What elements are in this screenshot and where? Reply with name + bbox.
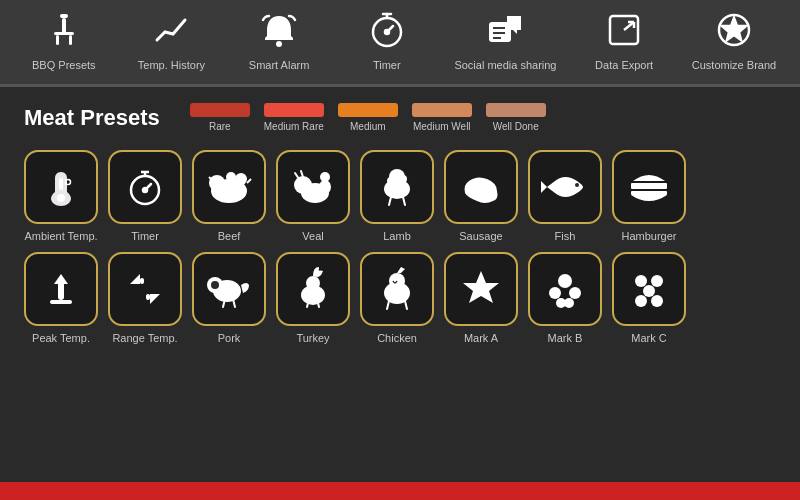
pork-icon-box [192, 252, 266, 326]
svg-marker-20 [722, 18, 746, 40]
meat-item-range-temp[interactable]: Range Temp. [108, 252, 182, 344]
chicken-label: Chicken [377, 332, 417, 344]
bottom-accent-bar [0, 482, 800, 500]
svg-rect-46 [631, 191, 667, 195]
svg-line-34 [247, 179, 251, 183]
fish-label: Fish [555, 230, 576, 242]
beef-label: Beef [218, 230, 241, 242]
doneness-medium: Medium [338, 103, 398, 132]
mark-a-label: Mark A [464, 332, 498, 344]
meat-item-veal[interactable]: Veal [276, 150, 350, 242]
svg-point-70 [635, 295, 647, 307]
mark-b-icon-box [528, 252, 602, 326]
rare-bar [190, 103, 250, 117]
lamb-icon-box [360, 150, 434, 224]
turkey-icon-box [276, 252, 350, 326]
ambient-temp-icon-box [24, 150, 98, 224]
svg-point-10 [385, 30, 389, 34]
customize-brand-icon [716, 12, 752, 53]
lamb-label: Lamb [383, 230, 411, 242]
meat-item-ambient-temp[interactable]: Ambient Temp. [24, 150, 98, 242]
meat-row-2: Peak Temp.Range Temp.PorkTurkeyChickenMa… [24, 252, 776, 344]
svg-rect-0 [60, 14, 68, 18]
top-nav-item-customize-brand[interactable]: Customize Brand [692, 12, 776, 72]
timer-item-label: Timer [131, 230, 159, 242]
hamburger-label: Hamburger [621, 230, 676, 242]
meat-item-lamb[interactable]: Lamb [360, 150, 434, 242]
medium-well-bar [412, 103, 472, 117]
svg-point-68 [651, 275, 663, 287]
svg-point-69 [643, 285, 655, 297]
medium-label: Medium [350, 121, 386, 132]
presets-title: Meat Presets [24, 105, 160, 131]
sausage-label: Sausage [459, 230, 502, 242]
svg-point-30 [209, 175, 225, 191]
fish-icon-box [528, 150, 602, 224]
medium-rare-label: Medium Rare [264, 121, 324, 132]
meat-item-sausage[interactable]: Sausage [444, 150, 518, 242]
meat-item-beef[interactable]: Beef [192, 150, 266, 242]
top-nav-item-timer[interactable]: Timer [347, 12, 427, 72]
svg-marker-48 [54, 274, 68, 284]
timer-label: Timer [373, 59, 401, 72]
presets-header: Meat Presets RareMedium RareMediumMedium… [24, 103, 776, 132]
svg-rect-51 [140, 278, 144, 284]
chicken-icon-box [360, 252, 434, 326]
mark-c-label: Mark C [631, 332, 666, 344]
pork-label: Pork [218, 332, 241, 344]
meat-item-hamburger[interactable]: Hamburger [612, 150, 686, 242]
sausage-icon-box [444, 150, 518, 224]
data-export-icon [606, 12, 642, 53]
meat-item-chicken[interactable]: Chicken [360, 252, 434, 344]
meat-item-mark-b[interactable]: Mark B [528, 252, 602, 344]
veal-icon-box [276, 150, 350, 224]
top-nav-item-bbq-presets[interactable]: BBQ Presets [24, 12, 104, 72]
svg-point-28 [143, 188, 147, 192]
doneness-well-done: Well Done [486, 103, 546, 132]
top-nav-item-smart-alarm[interactable]: Smart Alarm [239, 12, 319, 72]
svg-rect-45 [631, 183, 667, 189]
rare-label: Rare [209, 121, 231, 132]
smart-alarm-icon [261, 12, 297, 53]
turkey-label: Turkey [296, 332, 329, 344]
hamburger-icon-box [612, 150, 686, 224]
doneness-rare: Rare [190, 103, 250, 132]
svg-rect-3 [56, 35, 59, 45]
svg-rect-22 [59, 178, 63, 190]
svg-point-66 [564, 298, 574, 308]
medium-bar [338, 103, 398, 117]
svg-point-5 [276, 41, 282, 47]
top-nav-item-data-export[interactable]: Data Export [584, 12, 664, 72]
meat-item-turkey[interactable]: Turkey [276, 252, 350, 344]
meat-item-peak-temp[interactable]: Peak Temp. [24, 252, 98, 344]
timer-icon [369, 12, 405, 53]
meat-item-mark-a[interactable]: Mark A [444, 252, 518, 344]
meat-item-pork[interactable]: Pork [192, 252, 266, 344]
meat-item-timer-item[interactable]: Timer [108, 150, 182, 242]
doneness-medium-well: Medium Well [412, 103, 472, 132]
svg-rect-2 [54, 32, 74, 35]
meat-item-fish[interactable]: Fish [528, 150, 602, 242]
range-temp-label: Range Temp. [112, 332, 177, 344]
veal-label: Veal [302, 230, 323, 242]
top-nav-item-social-media[interactable]: Social media sharing [454, 12, 556, 72]
social-media-icon [487, 12, 523, 53]
doneness-list: RareMedium RareMediumMedium WellWell Don… [190, 103, 546, 132]
svg-point-38 [320, 172, 330, 182]
svg-point-32 [226, 172, 236, 182]
svg-point-37 [319, 180, 331, 194]
svg-point-71 [651, 295, 663, 307]
svg-rect-49 [50, 300, 72, 304]
svg-marker-50 [130, 274, 140, 284]
svg-point-43 [394, 182, 400, 188]
svg-point-63 [549, 287, 561, 299]
svg-point-58 [306, 276, 320, 290]
svg-rect-1 [62, 18, 66, 34]
svg-point-23 [66, 180, 71, 185]
meat-item-mark-c[interactable]: Mark C [612, 252, 686, 344]
svg-point-67 [635, 275, 647, 287]
svg-point-21 [57, 194, 65, 202]
mark-a-icon-box [444, 252, 518, 326]
doneness-medium-rare: Medium Rare [264, 103, 324, 132]
top-nav-item-temp-history[interactable]: Temp. History [131, 12, 211, 72]
